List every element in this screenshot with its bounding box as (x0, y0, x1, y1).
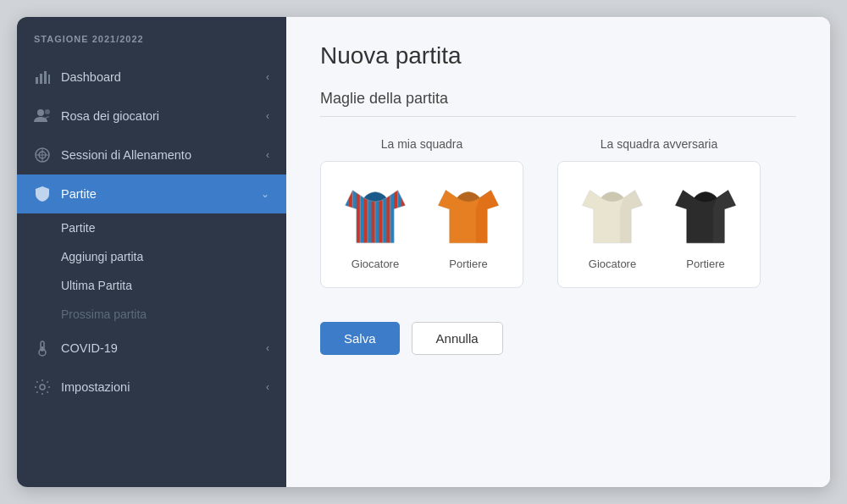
opponent-team-label: La squadra avversaria (601, 137, 718, 151)
opponent-player-label: Giocatore (589, 258, 636, 270)
actions-row: Salva Annulla (320, 322, 796, 355)
sidebar-sub-aggiungi[interactable]: Aggiungi partita (61, 242, 286, 271)
section-title: Maglie della partita (320, 90, 796, 117)
chevron-covid: ‹ (266, 342, 269, 354)
sidebar-label-sessioni: Sessioni di Allenamento (61, 148, 191, 162)
my-team-goalkeeper-jersey[interactable]: Portiere (435, 179, 502, 270)
sidebar-label-rosa: Rosa dei giocatori (61, 109, 159, 123)
sidebar-item-rosa[interactable]: Rosa dei giocatori ‹ (17, 97, 286, 136)
chevron-rosa: ‹ (266, 110, 269, 122)
chevron-impostazioni: ‹ (266, 381, 269, 393)
chevron-sessioni: ‹ (266, 149, 269, 161)
save-button[interactable]: Salva (320, 322, 400, 355)
sidebar-item-dashboard[interactable]: Dashboard ‹ (17, 58, 286, 97)
my-team-player-label: Giocatore (352, 258, 399, 270)
sidebar-item-sessioni-left: Sessioni di Allenamento (34, 147, 191, 163)
svg-rect-1 (40, 74, 42, 84)
opponent-team-jerseys-card: Giocatore Portiere (557, 161, 761, 288)
season-label: STAGIONE 2021/2022 (17, 25, 286, 58)
opponent-goalkeeper-jersey[interactable]: Portiere (672, 179, 739, 270)
sidebar-item-sessioni[interactable]: Sessioni di Allenamento ‹ (17, 136, 286, 174)
jerseys-row: La mia squadra (320, 137, 796, 288)
svg-rect-3 (48, 75, 50, 84)
svg-point-13 (40, 385, 45, 390)
opponent-goalkeeper-label: Portiere (686, 258, 725, 270)
chevron-dashboard: ‹ (266, 71, 269, 83)
sidebar: STAGIONE 2021/2022 Dashboard ‹ (17, 17, 286, 487)
opponent-player-jersey[interactable]: Giocatore (579, 179, 646, 270)
sidebar-item-dashboard-left: Dashboard (34, 69, 121, 86)
page-title: Nuova partita (320, 42, 796, 69)
sidebar-label-covid: COVID-19 (61, 341, 118, 355)
users-icon (34, 108, 51, 125)
opponent-team-section: La squadra avversaria Giocatore (557, 137, 761, 288)
my-team-label: La mia squadra (381, 137, 463, 151)
sidebar-item-partite[interactable]: Partite ⌄ (17, 174, 286, 213)
sidebar-item-impostazioni[interactable]: Impostazioni ‹ (17, 368, 286, 407)
cancel-button[interactable]: Annulla (412, 322, 503, 355)
svg-rect-0 (36, 77, 38, 84)
sidebar-sub-partite[interactable]: Partite (61, 213, 286, 242)
sidebar-label-impostazioni: Impostazioni (61, 380, 130, 394)
svg-point-5 (45, 109, 50, 114)
gear-icon (34, 379, 51, 396)
cream-jersey-svg (579, 179, 646, 251)
sidebar-item-covid-left: COVID-19 (34, 340, 118, 357)
sidebar-sub-prossima: Prossima partita (61, 300, 286, 329)
sidebar-item-partite-left: Partite (34, 186, 97, 202)
sidebar-item-covid[interactable]: COVID-19 ‹ (17, 329, 286, 368)
my-team-player-jersey[interactable]: Giocatore (341, 179, 409, 270)
sidebar-sub-menu: Partite Aggiungi partita Ultima Partita … (17, 213, 286, 329)
orange-jersey-svg (435, 179, 502, 251)
svg-rect-2 (44, 71, 47, 84)
main-content: Nuova partita Maglie della partita La mi… (286, 17, 830, 487)
my-team-goalkeeper-label: Portiere (449, 258, 488, 270)
shield-icon (34, 186, 51, 202)
chevron-partite: ⌄ (261, 188, 269, 200)
svg-point-4 (37, 109, 44, 116)
app-container: STAGIONE 2021/2022 Dashboard ‹ (17, 17, 830, 487)
sidebar-sub-ultima[interactable]: Ultima Partita (61, 271, 286, 300)
my-team-section: La mia squadra (320, 137, 523, 288)
my-team-jerseys-card: Giocatore Portiere (320, 161, 523, 288)
sidebar-label-partite: Partite (61, 187, 97, 201)
sidebar-item-impostazioni-left: Impostazioni (34, 379, 130, 396)
striped-jersey-svg (341, 179, 409, 251)
dark-jersey-svg (672, 179, 739, 251)
bar-chart-icon (34, 69, 51, 86)
training-icon (34, 147, 51, 163)
sidebar-item-rosa-left: Rosa dei giocatori (34, 108, 159, 125)
thermometer-icon (34, 340, 51, 357)
sidebar-label-dashboard: Dashboard (61, 70, 121, 84)
